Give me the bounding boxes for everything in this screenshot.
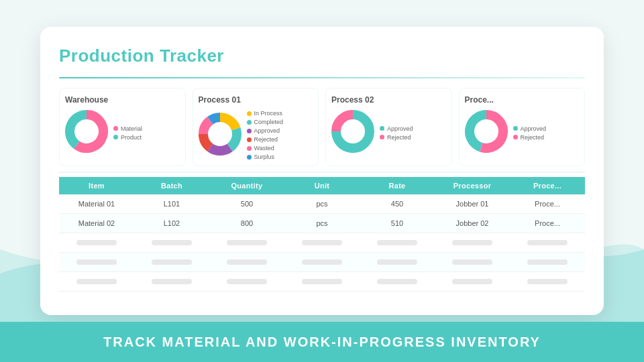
table-row: Material 02L102800pcs510Jobber 02Proce..… bbox=[59, 214, 585, 233]
legend-label: Wasted bbox=[254, 145, 274, 152]
empty-pill bbox=[76, 279, 117, 284]
chart-card-warehouse: Warehouse Material Product bbox=[59, 88, 186, 166]
legend-item: Rejected bbox=[513, 134, 547, 141]
legend-dot bbox=[247, 146, 252, 151]
table-empty-cell bbox=[435, 272, 510, 292]
table-empty-cell bbox=[284, 253, 360, 272]
legend-label: Rejected bbox=[387, 134, 411, 141]
legend-dot bbox=[247, 120, 252, 125]
table-cell: L102 bbox=[134, 214, 209, 233]
table-cell: 510 bbox=[360, 214, 435, 233]
chart-title-process01: Process 01 bbox=[199, 95, 313, 105]
page-title: Production Tracker bbox=[59, 46, 585, 66]
legend-dot bbox=[513, 135, 518, 139]
legend-item: Wasted bbox=[247, 145, 284, 152]
table-header-cell: Item bbox=[59, 177, 134, 194]
legend-item: Approved bbox=[513, 125, 547, 132]
empty-pill bbox=[152, 279, 192, 284]
table-empty-row bbox=[59, 272, 585, 292]
chart-title-warehouse: Warehouse bbox=[65, 95, 180, 105]
chart-inner-warehouse: Material Product bbox=[65, 110, 180, 156]
banner-text: TRACK MATERIAL AND WORK-IN-PROGRESS INVE… bbox=[103, 335, 541, 350]
legend-dot bbox=[247, 111, 252, 116]
table-cell: Jobber 01 bbox=[435, 194, 510, 214]
empty-pill bbox=[377, 259, 417, 265]
table-empty-cell bbox=[510, 272, 585, 292]
legend-label: Product bbox=[121, 134, 142, 141]
table-empty-cell bbox=[435, 253, 510, 272]
table-cell: Proce... bbox=[510, 214, 585, 233]
table-cell: pcs bbox=[284, 194, 360, 214]
title-divider bbox=[59, 77, 585, 78]
table-empty-cell bbox=[510, 233, 585, 253]
legend-dot bbox=[247, 155, 252, 160]
table-cell: 500 bbox=[209, 194, 284, 214]
table-row: Material 01L101500pcs450Jobber 01Proce..… bbox=[59, 194, 585, 214]
charts-row: Warehouse Material ProductProcess 01 In … bbox=[59, 88, 585, 173]
legend-item: Approved bbox=[380, 125, 413, 132]
donut-process01 bbox=[199, 113, 241, 158]
legend-process01: In Process Completed Approved Rejected W… bbox=[247, 110, 284, 160]
table-empty-cell bbox=[360, 233, 435, 253]
legend-label: Approved bbox=[254, 127, 280, 134]
empty-pill bbox=[302, 240, 342, 245]
legend-label: Material bbox=[121, 125, 142, 132]
legend-warehouse: Material Product bbox=[113, 125, 142, 141]
table-cell: L101 bbox=[134, 194, 209, 214]
empty-pill bbox=[377, 240, 417, 245]
empty-pill bbox=[527, 240, 568, 245]
table-section: ItemBatchQuantityUnitRateProcessorProce.… bbox=[59, 177, 585, 292]
legend-dot bbox=[247, 137, 252, 142]
legend-item: Approved bbox=[247, 127, 284, 134]
legend-dot bbox=[380, 135, 384, 139]
legend-label: Approved bbox=[521, 125, 547, 132]
table-cell: Material 02 bbox=[59, 214, 134, 233]
table-empty-cell bbox=[209, 272, 284, 292]
table-empty-cell bbox=[59, 253, 134, 272]
data-table: ItemBatchQuantityUnitRateProcessorProce.… bbox=[59, 177, 585, 292]
table-body: Material 01L101500pcs450Jobber 01Proce..… bbox=[59, 194, 585, 292]
empty-pill bbox=[527, 259, 568, 265]
chart-title-process02: Process 02 bbox=[331, 95, 446, 105]
empty-pill bbox=[452, 240, 492, 245]
legend-process03: Approved Rejected bbox=[513, 125, 547, 141]
empty-pill bbox=[227, 279, 267, 284]
table-empty-cell bbox=[134, 233, 209, 253]
table-empty-cell bbox=[284, 233, 360, 253]
legend-dot bbox=[113, 135, 118, 139]
legend-label: Surplus bbox=[254, 154, 275, 160]
chart-title-process03: Proce... bbox=[465, 95, 580, 105]
table-empty-cell bbox=[435, 233, 510, 253]
table-empty-cell bbox=[360, 272, 435, 292]
table-header-cell: Proce... bbox=[510, 177, 585, 194]
chart-inner-process03: Approved Rejected bbox=[465, 110, 580, 156]
empty-pill bbox=[76, 240, 117, 245]
donut-warehouse bbox=[65, 110, 108, 156]
chart-card-process02: Process 02 Approved Rejected bbox=[325, 88, 452, 166]
legend-label: Approved bbox=[387, 125, 413, 132]
legend-item: Material bbox=[113, 125, 142, 132]
table-empty-cell bbox=[360, 253, 435, 272]
table-empty-cell bbox=[134, 272, 209, 292]
empty-pill bbox=[452, 259, 492, 265]
table-cell: Jobber 02 bbox=[435, 214, 510, 233]
empty-pill bbox=[227, 240, 267, 245]
table-empty-row bbox=[59, 233, 585, 253]
table-header-cell: Quantity bbox=[209, 177, 284, 194]
legend-label: Completed bbox=[254, 119, 284, 125]
chart-card-process01: Process 01 In Process Completed Approved… bbox=[193, 88, 319, 166]
legend-dot bbox=[247, 129, 252, 133]
main-card: Production Tracker Warehouse Material Pr… bbox=[40, 27, 604, 315]
table-header-cell: Rate bbox=[360, 177, 435, 194]
donut-process02 bbox=[331, 110, 374, 156]
table-empty-cell bbox=[134, 253, 209, 272]
table-empty-cell bbox=[209, 233, 284, 253]
empty-pill bbox=[152, 259, 192, 265]
legend-item: Rejected bbox=[247, 136, 284, 143]
empty-pill bbox=[152, 240, 192, 245]
empty-pill bbox=[302, 259, 342, 265]
legend-dot bbox=[113, 126, 118, 131]
table-header-cell: Unit bbox=[284, 177, 360, 194]
table-empty-cell bbox=[284, 272, 360, 292]
table-header-cell: Processor bbox=[435, 177, 510, 194]
